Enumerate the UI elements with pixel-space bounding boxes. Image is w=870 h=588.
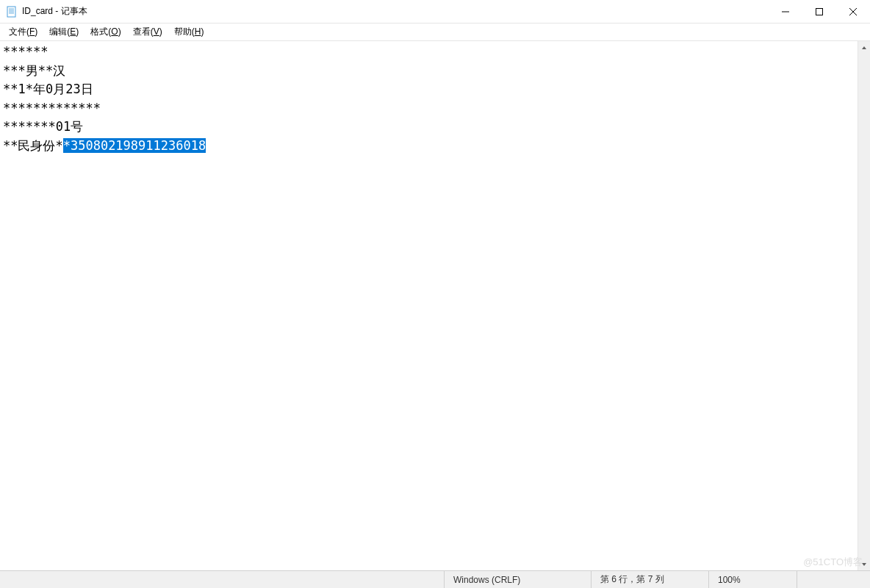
menu-help[interactable]: 帮助(H) — [168, 24, 210, 40]
menu-edit[interactable]: 编辑(E) — [43, 24, 85, 40]
menu-file[interactable]: 文件(F) — [3, 24, 43, 40]
menu-view[interactable]: 查看(V) — [127, 24, 168, 40]
svg-rect-6 — [816, 8, 823, 15]
text-editor[interactable]: *********男**汉**1*年0月23日*****************… — [0, 41, 858, 570]
notepad-icon — [6, 6, 18, 18]
scroll-down-button[interactable] — [858, 558, 870, 570]
window-controls — [769, 0, 870, 23]
content-area: *********男**汉**1*年0月23日*****************… — [0, 41, 870, 570]
vertical-scrollbar[interactable] — [858, 41, 870, 570]
scroll-up-button[interactable] — [858, 41, 870, 54]
text-line: *******01号 — [3, 118, 855, 137]
menubar: 文件(F) 编辑(E) 格式(O) 查看(V) 帮助(H) — [0, 24, 870, 41]
status-encoding: Windows (CRLF) — [444, 571, 591, 588]
text-line: **民身份**350802198911236018 — [3, 137, 855, 156]
statusbar: Windows (CRLF) 第 6 行，第 7 列 100% — [0, 570, 870, 588]
status-zoom: 100% — [708, 571, 797, 588]
status-cursor-position: 第 6 行，第 7 列 — [591, 571, 708, 588]
maximize-button[interactable] — [802, 0, 836, 23]
text-line: **1*年0月23日 — [3, 80, 855, 99]
text-line: ****** — [3, 43, 855, 62]
close-button[interactable] — [836, 0, 870, 23]
selected-text: *350802198911236018 — [63, 138, 206, 153]
titlebar: ID_card - 记事本 — [0, 0, 870, 24]
status-empty — [797, 571, 870, 588]
text-line: ************* — [3, 99, 855, 118]
menu-format[interactable]: 格式(O) — [85, 24, 126, 40]
window-title: ID_card - 记事本 — [22, 5, 769, 18]
text-line: ***男**汉 — [3, 62, 855, 81]
minimize-button[interactable] — [769, 0, 802, 23]
